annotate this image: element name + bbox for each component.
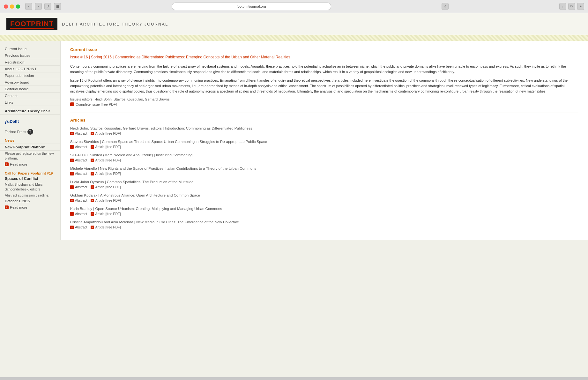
complete-issue-icon: + — [70, 102, 74, 106]
sidebar-item-current-issue[interactable]: Current issue — [0, 46, 60, 52]
pdf-btn-6[interactable]: + Article [free PDF] — [91, 212, 121, 216]
pdf-icon-5: + — [91, 199, 94, 202]
pdf-icon-4: + — [91, 185, 94, 189]
abstract-btn-1[interactable]: + Abstract — [70, 145, 87, 149]
abstract-btn-5[interactable]: + Abstract — [70, 198, 87, 202]
sidebar-item-new-platform[interactable]: New Footprint Platform — [0, 144, 60, 151]
pdf-btn-1[interactable]: + Article [free PDF] — [91, 145, 121, 149]
sidebar-item-registration[interactable]: Registration — [0, 59, 60, 66]
sidebar-editors-text: Malkit Shoshan and Marc Schoonderbeek, e… — [0, 182, 60, 192]
article-links-6: + Abstract + Article [free PDF] — [70, 212, 578, 216]
sidebar-item-paper-submission[interactable]: Paper submission — [0, 72, 60, 79]
article-title-3[interactable]: Michele Vianello | New Rights and the Sp… — [70, 167, 578, 170]
abstract-btn-2[interactable]: + Abstract — [70, 158, 87, 162]
article-links-1: + Abstract + Article [free PDF] — [70, 145, 578, 149]
pdf-btn-5[interactable]: + Article [free PDF] — [91, 198, 121, 202]
sidebar-deadline-label: Abstract submission deadline: — [0, 192, 60, 198]
article-item: Lucía Jalón Oyrazun | Common Spatialitie… — [70, 180, 578, 189]
traffic-lights — [4, 4, 20, 9]
pdf-icon-3: + — [91, 172, 94, 175]
techne-icon: T — [27, 129, 33, 135]
article-title-7[interactable]: Cristina Ampatzidou and Ania Molenda | N… — [70, 220, 578, 224]
maximize-button[interactable] — [16, 4, 20, 9]
pdf-btn-3[interactable]: + Article [free PDF] — [91, 172, 121, 175]
article-links-2: + Abstract + Article [free PDF] — [70, 158, 578, 162]
page-wrapper: FOOTPRINT DELFT ARCHITECTURE THEORY JOUR… — [0, 13, 588, 377]
article-links-0: + Abstract + Article [free PDF] — [70, 131, 578, 135]
sidebar-platform-text: Please get registered on the new platfor… — [0, 151, 60, 161]
pdf-btn-0[interactable]: + Article [free PDF] — [91, 131, 121, 135]
sidebar-news-section: News New Footprint Platform Please get r… — [0, 137, 60, 168]
sidebar-deadline-date: October 1, 2015 — [0, 198, 60, 204]
article-links-7: + Abstract + Article [free PDF] — [70, 225, 578, 229]
site-header: FOOTPRINT DELFT ARCHITECTURE THEORY JOUR… — [0, 13, 588, 35]
stripe-banner — [0, 35, 588, 41]
pdf-btn-2[interactable]: + Article [free PDF] — [91, 158, 121, 162]
abstract-btn-0[interactable]: + Abstract — [70, 131, 87, 135]
complete-issue-link[interactable]: + Complete issue [free PDF] — [70, 102, 578, 106]
sidebar-item-about[interactable]: About FOOTPRINT — [0, 66, 60, 72]
forward-button[interactable]: › — [35, 3, 42, 10]
abstract-icon-5: + — [70, 199, 74, 202]
sidebar-item-news[interactable]: News — [0, 137, 60, 144]
divider — [70, 113, 578, 113]
abstract-btn-6[interactable]: + Abstract — [70, 212, 87, 216]
article-title-2[interactable]: STEALTH.unlimited (Marc Neelen and Ana D… — [70, 153, 578, 157]
abstract-icon-6: + — [70, 212, 74, 216]
article-links-3: + Abstract + Article [free PDF] — [70, 172, 578, 175]
logo-text: FOOTPRINT — [10, 20, 54, 29]
article-item: Cristina Ampatzidou and Ania Molenda | N… — [70, 220, 578, 229]
abstract-btn-3[interactable]: + Abstract — [70, 172, 87, 175]
article-title-5[interactable]: Gökhan Kodalak | A Monstrous Alliance: O… — [70, 193, 578, 197]
articles-title: Articles — [70, 118, 578, 123]
sidebar-item-contact[interactable]: Contact — [0, 93, 60, 99]
article-title-0[interactable]: Heidi Sohn, Stavros Kousoulas, Gerhard B… — [70, 126, 578, 130]
sidebar-item-advisory-board[interactable]: Advisory board — [0, 79, 60, 86]
sidebar-tu-logo: ƒuDelft — [0, 116, 60, 126]
article-item: Karin Bradley | Open-Source Urbanism: Cr… — [70, 207, 578, 216]
browser-chrome: ‹ › ↺ ☰ footprintjournal.org ↺ ↑ ⧉ + — [0, 0, 588, 13]
pdf-icon-7: + — [91, 226, 94, 229]
abstract-btn-7[interactable]: + Abstract — [70, 225, 87, 229]
article-item: STEALTH.unlimited (Marc Neelen and Ana D… — [70, 153, 578, 162]
issue-title: Issue # 16 | Spring 2015 | Commoning as … — [70, 55, 578, 60]
sidebar-nav: Current issue Previous issues Registrati… — [0, 46, 60, 106]
article-title-4[interactable]: Lucía Jalón Oyrazun | Common Spatialitie… — [70, 180, 578, 184]
plus-icon-1: + — [5, 162, 9, 166]
pdf-btn-7[interactable]: + Article [free PDF] — [91, 225, 121, 229]
abstract-icon-1: + — [70, 145, 74, 149]
sidebar-read-more-2[interactable]: + Read more — [0, 204, 60, 211]
address-bar[interactable]: footprintjournal.org — [172, 3, 331, 10]
back-button[interactable]: ‹ — [25, 3, 32, 10]
duplicate-button[interactable]: ⧉ — [568, 3, 575, 10]
sidebar-item-architecture-chair[interactable]: Architecture Theory Chair — [0, 108, 60, 115]
abstract-icon-3: + — [70, 172, 74, 175]
sidebar-item-links[interactable]: Links — [0, 99, 60, 106]
share-button[interactable]: ↑ — [559, 3, 566, 10]
reader-button[interactable]: ☰ — [54, 3, 61, 10]
sidebar-read-more-1[interactable]: + Read more — [0, 161, 60, 168]
article-title-1[interactable]: Stavros Stavrides | Common Space as Thre… — [70, 140, 578, 144]
article-title-6[interactable]: Karin Bradley | Open-Source Urbanism: Cr… — [70, 207, 578, 211]
techne-press-label: Techne Press T — [5, 129, 33, 135]
sidebar-architecture-section: Architecture Theory Chair — [0, 108, 60, 115]
new-tab-button[interactable]: + — [577, 3, 584, 10]
content-section-title: Current issue — [70, 47, 578, 52]
abstract-btn-4[interactable]: + Abstract — [70, 185, 87, 189]
sidebar-item-previous-issues[interactable]: Previous issues — [0, 52, 60, 59]
pdf-btn-4[interactable]: + Article [free PDF] — [91, 185, 121, 189]
techne-press-text: Techne Press — [5, 130, 26, 134]
article-links-4: + Abstract + Article [free PDF] — [70, 185, 578, 189]
pdf-icon-2: + — [91, 159, 94, 162]
reload-button[interactable]: ↺ — [442, 3, 449, 10]
sidebar-item-editorial-board[interactable]: Editorial board — [0, 86, 60, 93]
close-button[interactable] — [4, 4, 8, 9]
pdf-icon-6: + — [91, 212, 94, 216]
article-item: Michele Vianello | New Rights and the Sp… — [70, 167, 578, 175]
pdf-icon-0: + — [91, 132, 94, 135]
content-area: Current issue Issue # 16 | Spring 2015 |… — [61, 41, 588, 240]
minimize-button[interactable] — [10, 4, 14, 9]
refresh-button[interactable]: ↺ — [44, 3, 51, 10]
tu-delft-logo: ƒuDelft — [5, 119, 19, 124]
read-more-2-text: Read more — [10, 205, 27, 209]
